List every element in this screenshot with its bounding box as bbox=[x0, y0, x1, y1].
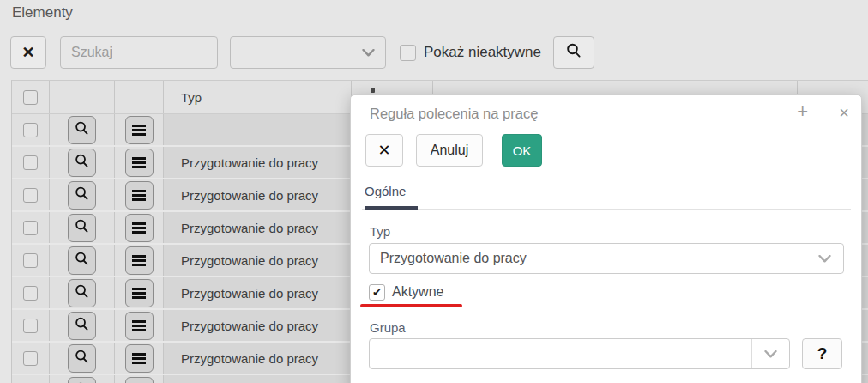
toolbar: ✕ Pokaż nieaktywne bbox=[10, 36, 594, 69]
typ-dropdown[interactable]: Przygotowanie do pracy bbox=[369, 243, 844, 274]
row-checkbox-cell bbox=[12, 277, 50, 308]
row-checkbox[interactable] bbox=[23, 221, 38, 235]
checkmark-icon: ✔ bbox=[372, 286, 382, 299]
row-typ-label: Przygotowanie do pracy bbox=[181, 319, 318, 333]
search-icon bbox=[74, 251, 90, 270]
search-icon bbox=[74, 120, 90, 139]
row-typ-label: Przygotowanie do pracy bbox=[181, 286, 318, 301]
row-magnify-button[interactable] bbox=[68, 116, 96, 144]
header-sort-indicator bbox=[371, 88, 375, 93]
hamburger-menu-icon bbox=[132, 189, 146, 202]
row-typ-label: Przygotowanie do pracy bbox=[181, 221, 318, 235]
row-typ-cell[interactable]: Przygotowanie do pracy bbox=[164, 343, 352, 374]
row-checkbox-cell bbox=[12, 179, 50, 210]
row-checkbox[interactable] bbox=[23, 286, 38, 301]
row-checkbox[interactable] bbox=[23, 188, 38, 203]
row-typ-cell[interactable]: Przygotowanie do pracy bbox=[164, 147, 352, 178]
search-icon bbox=[74, 185, 90, 204]
row-magnify-button[interactable] bbox=[68, 312, 96, 340]
row-checkbox[interactable] bbox=[23, 155, 38, 170]
row-typ-cell[interactable]: Przygotowanie do pracy bbox=[164, 212, 352, 243]
row-checkbox[interactable] bbox=[23, 253, 38, 268]
cancel-button[interactable]: Anuluj bbox=[416, 134, 483, 167]
dialog-dismiss-button[interactable]: ✕ bbox=[365, 134, 403, 167]
active-tab-underline bbox=[365, 206, 418, 210]
row-preview-cell bbox=[50, 147, 115, 178]
typ-dropdown-value: Przygotowanie do pracy bbox=[380, 251, 818, 266]
hamburger-menu-icon bbox=[132, 352, 146, 365]
row-typ-label: Przygotowanie do pracy bbox=[181, 155, 318, 170]
row-preview-cell bbox=[50, 310, 115, 341]
header-cell-empty bbox=[50, 81, 115, 113]
row-menu-button[interactable] bbox=[125, 377, 154, 383]
show-inactive-checkbox[interactable] bbox=[400, 45, 416, 61]
row-menu-button[interactable] bbox=[125, 312, 154, 340]
grupa-help-button[interactable]: ? bbox=[802, 338, 842, 369]
grupa-dropdown-value bbox=[370, 339, 751, 368]
rule-dialog: Reguła polecenia na pracę + × ✕ Anuluj O… bbox=[350, 94, 862, 383]
row-checkbox-cell bbox=[12, 375, 50, 383]
row-checkbox-cell bbox=[12, 114, 50, 145]
row-menu-button[interactable] bbox=[125, 246, 154, 275]
hamburger-menu-icon bbox=[132, 156, 146, 169]
chevron-down-icon bbox=[818, 251, 831, 266]
hamburger-menu-icon bbox=[132, 124, 146, 137]
row-menu-button[interactable] bbox=[125, 149, 154, 177]
row-magnify-button[interactable] bbox=[68, 279, 96, 307]
aktywne-checkbox[interactable]: ✔ bbox=[369, 284, 385, 301]
row-magnify-button[interactable] bbox=[68, 344, 96, 373]
row-checkbox-cell bbox=[12, 147, 50, 178]
row-checkbox-cell bbox=[12, 212, 50, 243]
typ-field-label: Typ bbox=[370, 224, 390, 239]
close-icon: ✕ bbox=[377, 141, 390, 160]
row-menu-button[interactable] bbox=[125, 344, 154, 373]
row-typ-cell[interactable]: Przygotowanie do pracy bbox=[164, 310, 352, 341]
row-preview-cell bbox=[50, 245, 115, 276]
select-all-cell bbox=[12, 81, 50, 113]
tab-separator bbox=[362, 209, 851, 210]
header-cell-typ[interactable]: Typ bbox=[164, 81, 352, 113]
row-magnify-button[interactable] bbox=[68, 149, 96, 177]
clear-filters-button[interactable]: ✕ bbox=[10, 36, 46, 69]
row-typ-cell[interactable]: Przygotowanie do pracy bbox=[164, 245, 352, 276]
chevron-down-icon bbox=[362, 45, 375, 60]
row-menu-button[interactable] bbox=[125, 214, 154, 242]
row-checkbox[interactable] bbox=[23, 319, 38, 333]
row-menu-button[interactable] bbox=[125, 116, 154, 144]
row-typ-cell[interactable]: Przygotowanie do pracy bbox=[164, 179, 352, 210]
row-menu-button[interactable] bbox=[125, 181, 154, 210]
select-all-checkbox[interactable] bbox=[23, 90, 38, 105]
ok-button[interactable]: OK bbox=[502, 134, 542, 167]
row-preview-cell bbox=[50, 212, 115, 243]
aktywne-label: Aktywne bbox=[392, 284, 443, 300]
chevron-down-icon[interactable] bbox=[751, 339, 789, 368]
tab-ogolne[interactable]: Ogólne bbox=[365, 184, 406, 198]
row-typ-cell[interactable]: Przygotowanie do pracy bbox=[164, 277, 352, 308]
red-annotation-underline bbox=[360, 304, 462, 307]
close-icon[interactable]: × bbox=[839, 103, 849, 122]
row-preview-cell bbox=[50, 114, 115, 145]
row-menu-cell bbox=[115, 375, 164, 383]
search-button[interactable] bbox=[553, 36, 594, 69]
plus-icon[interactable]: + bbox=[797, 102, 808, 121]
search-input[interactable] bbox=[60, 36, 218, 69]
search-icon bbox=[74, 316, 90, 335]
row-typ-cell[interactable] bbox=[164, 114, 352, 145]
row-menu-cell bbox=[115, 277, 164, 308]
row-magnify-button[interactable] bbox=[68, 246, 96, 275]
typ-column-header: Typ bbox=[181, 90, 202, 105]
row-magnify-button[interactable] bbox=[68, 377, 96, 383]
row-typ-label: Przygotowanie do pracy bbox=[181, 351, 318, 366]
row-menu-button[interactable] bbox=[125, 279, 154, 307]
row-typ-cell[interactable]: Przygotowanie do pracy bbox=[164, 375, 352, 383]
row-checkbox[interactable] bbox=[23, 123, 38, 137]
page-title: Elementy bbox=[12, 4, 73, 21]
search-icon bbox=[74, 153, 90, 172]
filter-select[interactable] bbox=[230, 36, 386, 69]
grupa-dropdown[interactable] bbox=[369, 338, 790, 369]
row-checkbox[interactable] bbox=[23, 351, 38, 366]
row-menu-cell bbox=[115, 179, 164, 210]
row-magnify-button[interactable] bbox=[68, 181, 96, 210]
row-magnify-button[interactable] bbox=[68, 214, 96, 242]
grupa-field-label: Grupa bbox=[370, 320, 406, 335]
